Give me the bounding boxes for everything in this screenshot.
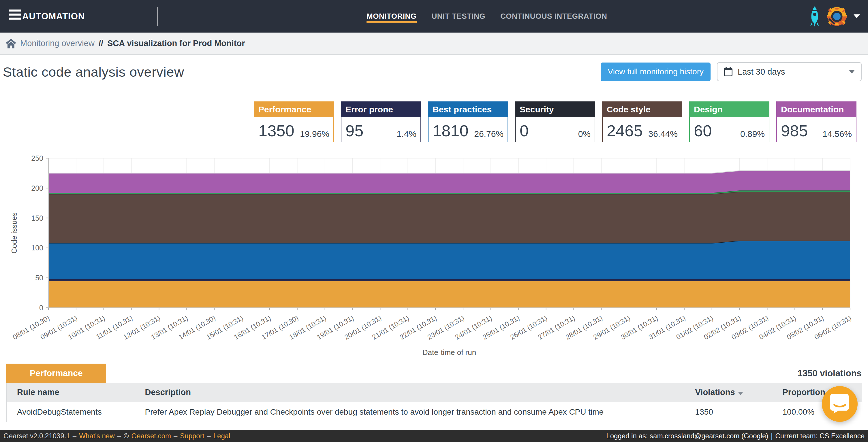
column-description: Description bbox=[145, 383, 695, 402]
view-full-monitoring-history-button[interactable]: View full monitoring history bbox=[601, 63, 711, 81]
card-best-practices[interactable]: Best practices 181026.76% bbox=[428, 101, 508, 142]
top-nav: AUTOMATION MONITORING UNIT TESTING CONTI… bbox=[0, 0, 868, 33]
violations-summary: 1350 violations bbox=[798, 368, 862, 383]
svg-text:100: 100 bbox=[31, 244, 43, 252]
card-code-style[interactable]: Code style 246536.44% bbox=[602, 101, 682, 142]
footer-separator: – bbox=[174, 432, 177, 440]
card-header: Documentation bbox=[777, 102, 856, 117]
chevron-down-icon bbox=[849, 70, 855, 73]
account-menu-caret-icon[interactable] bbox=[854, 14, 860, 18]
card-value: 95 bbox=[345, 123, 363, 139]
app-version: Gearset v2.0.21039.1 bbox=[3, 432, 70, 440]
breadcrumb-link-monitoring-overview[interactable]: Monitoring overview bbox=[20, 39, 95, 48]
support-link[interactable]: Support bbox=[180, 432, 204, 440]
breadcrumb: Monitoring overview // SCA visualization… bbox=[0, 33, 868, 55]
card-percent: 26.76% bbox=[474, 129, 503, 139]
nav-tabs: MONITORING UNIT TESTING CONTINUOUS INTEG… bbox=[367, 0, 607, 33]
cell-rule-name: AvoidDebugStatements bbox=[7, 402, 145, 422]
page-header: Static code analysis overview View full … bbox=[0, 55, 868, 89]
chat-launcher-button[interactable] bbox=[822, 386, 858, 422]
card-value: 60 bbox=[694, 123, 712, 139]
card-header: Error prone bbox=[341, 102, 421, 117]
card-header: Code style bbox=[603, 102, 682, 117]
footer-separator: – bbox=[117, 432, 121, 440]
card-performance[interactable]: Performance 135019.96% bbox=[254, 101, 334, 142]
table-category-tab[interactable]: Performance bbox=[6, 364, 106, 383]
card-header: Security bbox=[516, 102, 595, 117]
footer-divider: | bbox=[771, 432, 773, 440]
rules-table: Rule name Description Violations Proport… bbox=[6, 383, 862, 422]
table-row: AvoidDebugStatements Prefer Apex Replay … bbox=[7, 402, 862, 422]
home-icon[interactable] bbox=[6, 39, 16, 48]
gearset-logo-icon[interactable] bbox=[827, 7, 847, 26]
footer: Gearset v2.0.21039.1 – What's new – © Ge… bbox=[0, 430, 868, 442]
cell-violations: 1350 bbox=[695, 402, 783, 422]
whats-new-link[interactable]: What's new bbox=[79, 432, 115, 440]
card-percent: 19.96% bbox=[300, 129, 329, 139]
copyright-symbol: © bbox=[124, 432, 129, 440]
footer-separator: – bbox=[73, 432, 76, 440]
card-percent: 36.44% bbox=[648, 129, 678, 139]
card-value: 1350 bbox=[258, 123, 294, 139]
date-range-value: Last 30 days bbox=[738, 67, 844, 77]
category-cards: Performance 135019.96% Error prone 951.4… bbox=[254, 101, 857, 142]
card-percent: 0% bbox=[578, 129, 591, 139]
card-header: Performance bbox=[254, 102, 333, 117]
header-divider bbox=[0, 89, 868, 89]
svg-text:Code issues: Code issues bbox=[10, 212, 19, 253]
tab-unit-testing[interactable]: UNIT TESTING bbox=[432, 0, 486, 33]
card-value: 2465 bbox=[607, 123, 643, 139]
card-value: 0 bbox=[520, 123, 529, 139]
breadcrumb-separator: // bbox=[99, 39, 103, 48]
date-range-select[interactable]: Last 30 days bbox=[717, 62, 862, 81]
svg-text:0: 0 bbox=[39, 304, 43, 312]
footer-separator: – bbox=[207, 432, 211, 440]
logged-in-as: Logged in as: sam.crossland@gearset.com … bbox=[606, 432, 768, 440]
breadcrumb-current: SCA visualization for Prod Monitor bbox=[107, 39, 245, 48]
app-title: AUTOMATION bbox=[22, 0, 85, 33]
card-error-prone[interactable]: Error prone 951.4% bbox=[341, 101, 421, 142]
card-header: Design bbox=[690, 102, 769, 117]
column-violations[interactable]: Violations bbox=[695, 383, 783, 402]
page-title: Static code analysis overview bbox=[3, 64, 184, 80]
svg-text:200: 200 bbox=[31, 184, 43, 192]
tab-monitoring[interactable]: MONITORING bbox=[367, 0, 417, 33]
svg-text:50: 50 bbox=[35, 274, 43, 282]
sort-desc-icon bbox=[738, 392, 743, 395]
stacked-area-chart: 05010015020025008/01 (10:30)09/01 (10:31… bbox=[0, 156, 868, 360]
card-design[interactable]: Design 600.89% bbox=[689, 101, 769, 142]
card-value: 1810 bbox=[433, 123, 469, 139]
chat-bubble-icon bbox=[830, 394, 849, 414]
gearset-site-link[interactable]: Gearset.com bbox=[131, 432, 171, 440]
svg-text:150: 150 bbox=[31, 214, 43, 222]
calendar-icon bbox=[724, 67, 733, 76]
card-security[interactable]: Security 00% bbox=[515, 101, 595, 142]
svg-text:250: 250 bbox=[31, 156, 43, 162]
legal-link[interactable]: Legal bbox=[213, 432, 230, 440]
card-percent: 14.56% bbox=[823, 129, 852, 139]
rocket-icon[interactable] bbox=[809, 6, 821, 27]
card-header: Best practices bbox=[429, 102, 507, 117]
rules-table-section: Performance 1350 violations Rule name De… bbox=[6, 364, 862, 422]
card-percent: 1.4% bbox=[397, 129, 416, 139]
svg-text:Date-time of run: Date-time of run bbox=[423, 348, 476, 357]
tab-continuous-integration[interactable]: CONTINUOUS INTEGRATION bbox=[500, 0, 607, 33]
nav-divider bbox=[157, 7, 158, 26]
hamburger-menu-icon[interactable] bbox=[9, 9, 21, 23]
cell-description: Prefer Apex Replay Debugger and Checkpoi… bbox=[145, 402, 695, 422]
card-documentation[interactable]: Documentation 98514.56% bbox=[776, 101, 857, 142]
table-header-row: Rule name Description Violations Proport… bbox=[7, 383, 862, 402]
card-value: 985 bbox=[781, 123, 808, 139]
column-rule-name: Rule name bbox=[7, 383, 145, 402]
current-team: Current team: CS Excellence bbox=[775, 432, 865, 440]
card-percent: 0.89% bbox=[740, 129, 765, 139]
